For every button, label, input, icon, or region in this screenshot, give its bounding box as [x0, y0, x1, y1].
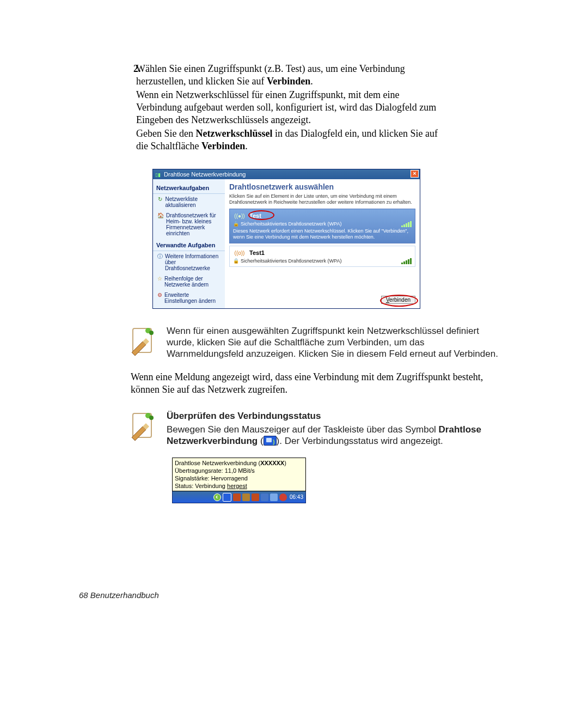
- svg-point-5: [149, 416, 154, 420]
- note-heading: Überprüfen des Verbindungsstatus: [167, 410, 501, 422]
- refresh-icon: ↻: [157, 196, 163, 208]
- network-security: 🔒 Sicherheitsaktiviertes Drahtlosnetzwer…: [233, 221, 412, 227]
- dialog-instruction: Klicken Sie auf ein Element in der Liste…: [229, 193, 415, 205]
- sidebar-link-label: Reihenfolge der Netzwerke ändern: [164, 276, 222, 288]
- network-ssid: Test: [249, 212, 261, 219]
- wireless-window-icon: ▯▮: [155, 172, 161, 178]
- sidebar-link-setup-home[interactable]: 🏠 Drahtlosnetzwerk für Heim- bzw. kleine…: [153, 210, 225, 239]
- lock-icon: 🔒: [233, 221, 239, 227]
- sidebar-link-order[interactable]: ☆ Reihenfolge der Netzwerke ändern: [153, 273, 225, 290]
- connection-tooltip: Drahtlose Netzwerkverbindung (XXXXXX) Üb…: [172, 458, 306, 491]
- tray-icon[interactable]: [252, 493, 259, 501]
- tray-icon[interactable]: [261, 493, 268, 501]
- note-text: Wenn für einen ausgewählten Zugriffspunk…: [167, 325, 501, 360]
- network-item-test[interactable]: ((●)) Test 🔒 Sicherheitsaktiviertes Drah…: [229, 209, 415, 243]
- wireless-tray-icon[interactable]: [223, 493, 231, 502]
- home-network-icon: 🏠: [157, 212, 164, 236]
- tooltip-screenshot: Drahtlose Netzwerkverbindung (XXXXXX) Üb…: [172, 458, 306, 503]
- note-check-status: Überprüfen des Verbindungsstatus Bewegen…: [131, 410, 501, 447]
- step-2-p1: Wählen Sie einen Zugriffspunkt (z.B. Tes…: [136, 63, 446, 88]
- taskbar: 06:43: [172, 491, 306, 503]
- tooltip-line3: Signalstärke: Hervorragend: [175, 474, 303, 482]
- wireless-dialog: ▯▮ Drahtlose Netzwerkverbindung × Netzwe…: [152, 169, 420, 309]
- sidebar-link-label: Weitere Informationen über Drahtlosnetzw…: [165, 253, 222, 271]
- dialog-titlebar[interactable]: ▯▮ Drahtlose Netzwerkverbindung ×: [153, 169, 420, 179]
- tooltip-line1: Drahtlose Netzwerkverbindung (XXXXXX): [175, 459, 303, 467]
- sidebar-related-header: Verwandte Aufgaben: [153, 239, 225, 251]
- sidebar-tasks-header: Netzwerkaufgaben: [153, 181, 225, 194]
- step-number: 2.: [133, 63, 141, 75]
- sidebar-link-advanced[interactable]: ⚙ Erweiterte Einstellungen ändern: [153, 290, 225, 306]
- dialog-heading: Drahtlosnetzwerk auswählen: [229, 182, 415, 191]
- note-body: Bewegen Sie den Mauszeiger auf der Taskl…: [167, 424, 501, 447]
- dialog-title: Drahtlose Netzwerkverbindung: [164, 171, 246, 178]
- antenna-icon: ((o)): [233, 249, 246, 257]
- svg-point-2: [149, 331, 154, 335]
- network-item-test1[interactable]: ((o)) Test1 🔒 Sicherheitsaktiviertes Dra…: [229, 246, 415, 267]
- note-pencil-icon: [131, 325, 157, 360]
- tray-icon[interactable]: [233, 493, 241, 501]
- step-2-instruction: 2. Wählen Sie einen Zugriffspunkt (z.B. …: [136, 63, 446, 153]
- access-paragraph: Wenn eine Meldung angezeigt wird, dass e…: [131, 371, 501, 396]
- sidebar-link-label: Drahtlosnetzwerk für Heim- bzw. kleines …: [166, 212, 222, 236]
- wireless-tray-icon: [264, 436, 277, 446]
- connect-button[interactable]: Verbinden: [381, 296, 415, 304]
- sidebar-link-label: Netzwerkliste aktualisieren: [165, 196, 222, 208]
- page-footer: 68 Benutzerhandbuch: [79, 590, 159, 600]
- note-no-key: Wenn für einen ausgewählten Zugriffspunk…: [131, 325, 501, 360]
- sidebar-link-label: Erweiterte Einstellungen ändern: [164, 292, 222, 304]
- step-2-p2: Wenn ein Netzwerkschlüssel für einen Zug…: [136, 89, 446, 126]
- dialog-sidebar: Netzwerkaufgaben ↻ Netzwerkliste aktuali…: [153, 179, 225, 308]
- star-icon: ☆: [157, 276, 162, 288]
- signal-bars-icon: [401, 221, 412, 227]
- connect-button-label-rest: erbinden: [389, 297, 411, 303]
- gear-icon: ⚙: [157, 292, 162, 304]
- note-pencil-icon: [131, 410, 157, 445]
- tooltip-line2: Übertragungsrate: 11,0 MBit/s: [175, 467, 303, 474]
- tray-icon[interactable]: [279, 493, 287, 501]
- start-arrow-icon[interactable]: [213, 493, 221, 501]
- tooltip-line4: Status: Verbindung hergest: [175, 482, 303, 490]
- close-icon[interactable]: ×: [411, 170, 419, 178]
- info-icon: ⓘ: [157, 253, 163, 271]
- signal-bars-icon: [401, 258, 412, 264]
- network-description: Dieses Netzwerk erfordert einen Netzwerk…: [233, 228, 412, 240]
- step-2-p3: Geben Sie den Netzwerkschlüssel in das D…: [136, 127, 446, 153]
- taskbar-clock: 06:43: [290, 494, 303, 500]
- antenna-icon: ((●)): [233, 212, 246, 220]
- network-ssid: Test1: [249, 249, 265, 256]
- tray-icon[interactable]: [242, 493, 250, 501]
- tray-icon[interactable]: [270, 493, 278, 501]
- network-security: 🔒 Sicherheitsaktiviertes Drahtlosnetzwer…: [233, 258, 412, 264]
- sidebar-link-more-info[interactable]: ⓘ Weitere Informationen über Drahtlosnet…: [153, 251, 225, 273]
- sidebar-link-refresh[interactable]: ↻ Netzwerkliste aktualisieren: [153, 194, 225, 210]
- lock-icon: 🔒: [233, 258, 239, 264]
